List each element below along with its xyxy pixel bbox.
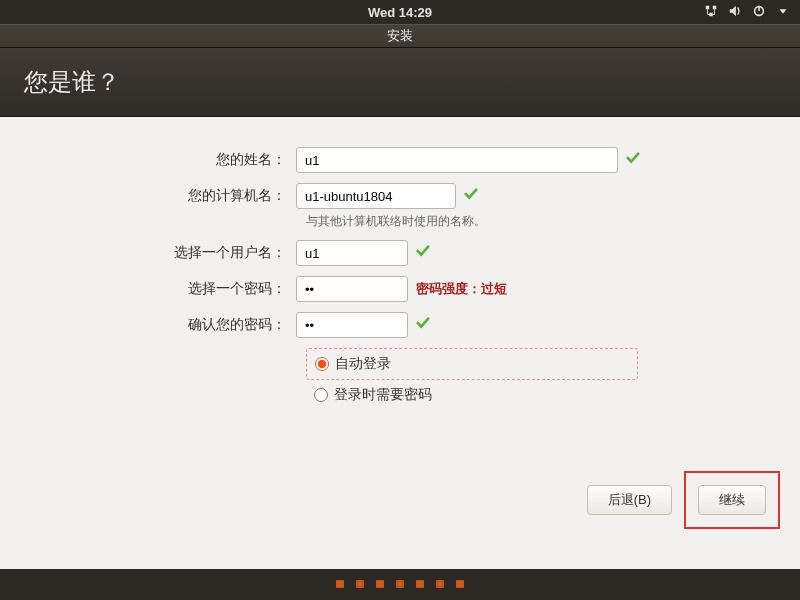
- dot: [416, 580, 424, 588]
- back-button[interactable]: 后退(B): [587, 485, 672, 515]
- window-title: 安装: [387, 27, 413, 45]
- confirm-password-label: 确认您的密码：: [20, 316, 296, 334]
- auto-login-radio[interactable]: [315, 357, 329, 371]
- username-label: 选择一个用户名：: [20, 244, 296, 262]
- page-header: 您是谁？: [0, 48, 800, 117]
- name-label: 您的姓名：: [20, 151, 296, 169]
- login-option-auto[interactable]: 自动登录: [306, 348, 638, 380]
- require-password-label: 登录时需要密码: [334, 386, 432, 404]
- svg-rect-1: [713, 5, 717, 9]
- username-input[interactable]: [296, 240, 408, 266]
- dot: [376, 580, 384, 588]
- password-strength: 密码强度：过短: [416, 280, 507, 298]
- login-option-password[interactable]: 登录时需要密码: [306, 380, 638, 410]
- network-icon[interactable]: [704, 4, 718, 21]
- require-password-radio[interactable]: [314, 388, 328, 402]
- window-titlebar: 安装: [0, 24, 800, 48]
- continue-highlight: 继续: [684, 471, 780, 529]
- check-icon: [416, 316, 430, 334]
- chevron-down-icon[interactable]: [776, 4, 790, 21]
- hostname-hint: 与其他计算机联络时使用的名称。: [306, 213, 780, 230]
- system-tray: [704, 4, 790, 21]
- clock: Wed 14:29: [368, 5, 432, 20]
- svg-rect-0: [706, 5, 710, 9]
- check-icon: [626, 151, 640, 169]
- check-icon: [464, 187, 478, 205]
- password-label: 选择一个密码：: [20, 280, 296, 298]
- confirm-password-input[interactable]: [296, 312, 408, 338]
- svg-marker-6: [730, 5, 736, 16]
- continue-button[interactable]: 继续: [698, 485, 766, 515]
- dot: [456, 580, 464, 588]
- password-input[interactable]: [296, 276, 408, 302]
- power-icon[interactable]: [752, 4, 766, 21]
- name-input[interactable]: [296, 147, 618, 173]
- dot: [336, 580, 344, 588]
- top-panel: Wed 14:29: [0, 0, 800, 24]
- hostname-label: 您的计算机名：: [20, 187, 296, 205]
- hostname-input[interactable]: [296, 183, 456, 209]
- installer-form: 您的姓名： 您的计算机名： 与其他计算机联络时使用的名称。 选择一个用户名： 选…: [0, 117, 800, 569]
- volume-icon[interactable]: [728, 4, 742, 21]
- auto-login-label: 自动登录: [335, 355, 391, 373]
- button-bar: 后退(B) 继续: [587, 471, 780, 529]
- dot: [356, 580, 364, 588]
- dot: [436, 580, 444, 588]
- progress-dots: [0, 580, 800, 588]
- svg-marker-9: [780, 9, 787, 13]
- dot: [396, 580, 404, 588]
- page-title: 您是谁？: [24, 68, 120, 95]
- check-icon: [416, 244, 430, 262]
